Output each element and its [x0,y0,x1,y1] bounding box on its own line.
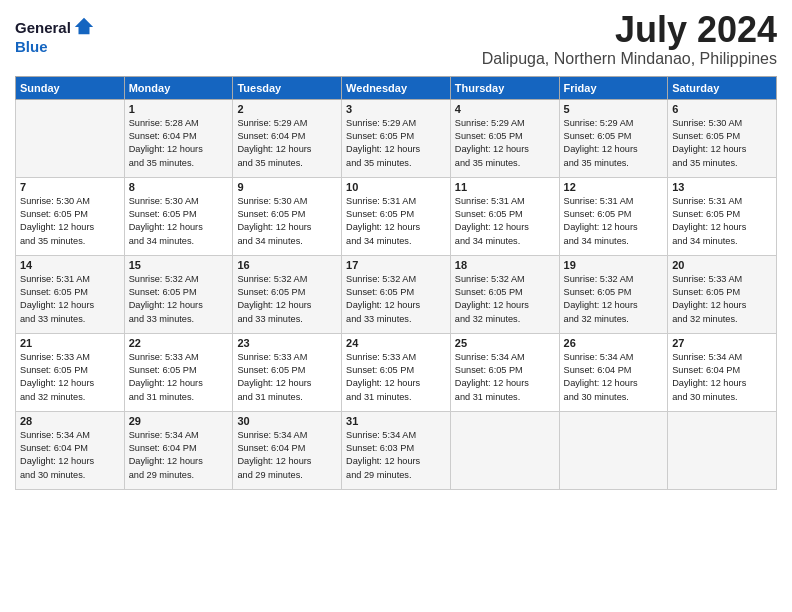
week-row-3: 14Sunrise: 5:31 AM Sunset: 6:05 PM Dayli… [16,255,777,333]
day-number: 26 [564,337,664,349]
day-number: 13 [672,181,772,193]
day-number: 29 [129,415,229,427]
day-info: Sunrise: 5:31 AM Sunset: 6:05 PM Dayligh… [455,195,555,248]
logo-blue-text: Blue [15,38,48,55]
day-header-saturday: Saturday [668,76,777,99]
day-number: 19 [564,259,664,271]
day-info: Sunrise: 5:31 AM Sunset: 6:05 PM Dayligh… [20,273,120,326]
day-number: 18 [455,259,555,271]
calendar-cell: 31Sunrise: 5:34 AM Sunset: 6:03 PM Dayli… [342,411,451,489]
calendar-cell: 13Sunrise: 5:31 AM Sunset: 6:05 PM Dayli… [668,177,777,255]
week-row-1: 1Sunrise: 5:28 AM Sunset: 6:04 PM Daylig… [16,99,777,177]
day-info: Sunrise: 5:31 AM Sunset: 6:05 PM Dayligh… [672,195,772,248]
day-number: 31 [346,415,446,427]
calendar-cell: 4Sunrise: 5:29 AM Sunset: 6:05 PM Daylig… [450,99,559,177]
day-number: 3 [346,103,446,115]
day-header-monday: Monday [124,76,233,99]
calendar-cell: 20Sunrise: 5:33 AM Sunset: 6:05 PM Dayli… [668,255,777,333]
day-header-wednesday: Wednesday [342,76,451,99]
header: General Blue July 2024 Dalipuga, Norther… [15,10,777,76]
day-info: Sunrise: 5:34 AM Sunset: 6:04 PM Dayligh… [129,429,229,482]
day-number: 15 [129,259,229,271]
day-header-sunday: Sunday [16,76,125,99]
day-number: 9 [237,181,337,193]
calendar-cell: 2Sunrise: 5:29 AM Sunset: 6:04 PM Daylig… [233,99,342,177]
day-number: 23 [237,337,337,349]
day-number: 5 [564,103,664,115]
day-header-friday: Friday [559,76,668,99]
calendar-cell: 16Sunrise: 5:32 AM Sunset: 6:05 PM Dayli… [233,255,342,333]
calendar-cell: 6Sunrise: 5:30 AM Sunset: 6:05 PM Daylig… [668,99,777,177]
day-info: Sunrise: 5:34 AM Sunset: 6:04 PM Dayligh… [672,351,772,404]
day-number: 24 [346,337,446,349]
day-number: 17 [346,259,446,271]
week-row-4: 21Sunrise: 5:33 AM Sunset: 6:05 PM Dayli… [16,333,777,411]
day-number: 12 [564,181,664,193]
logo-general-text: General [15,19,71,36]
calendar-cell: 29Sunrise: 5:34 AM Sunset: 6:04 PM Dayli… [124,411,233,489]
day-info: Sunrise: 5:32 AM Sunset: 6:05 PM Dayligh… [237,273,337,326]
logo-icon [73,16,95,38]
calendar-cell: 21Sunrise: 5:33 AM Sunset: 6:05 PM Dayli… [16,333,125,411]
calendar-cell: 3Sunrise: 5:29 AM Sunset: 6:05 PM Daylig… [342,99,451,177]
calendar-body: 1Sunrise: 5:28 AM Sunset: 6:04 PM Daylig… [16,99,777,489]
day-info: Sunrise: 5:34 AM Sunset: 6:03 PM Dayligh… [346,429,446,482]
day-number: 21 [20,337,120,349]
day-info: Sunrise: 5:32 AM Sunset: 6:05 PM Dayligh… [564,273,664,326]
day-number: 11 [455,181,555,193]
calendar-cell [559,411,668,489]
day-info: Sunrise: 5:32 AM Sunset: 6:05 PM Dayligh… [455,273,555,326]
calendar-cell: 19Sunrise: 5:32 AM Sunset: 6:05 PM Dayli… [559,255,668,333]
day-header-tuesday: Tuesday [233,76,342,99]
day-number: 1 [129,103,229,115]
day-info: Sunrise: 5:34 AM Sunset: 6:04 PM Dayligh… [237,429,337,482]
day-info: Sunrise: 5:32 AM Sunset: 6:05 PM Dayligh… [346,273,446,326]
logo: General Blue [15,16,95,56]
day-info: Sunrise: 5:30 AM Sunset: 6:05 PM Dayligh… [672,117,772,170]
day-number: 10 [346,181,446,193]
calendar-cell: 5Sunrise: 5:29 AM Sunset: 6:05 PM Daylig… [559,99,668,177]
calendar-header: SundayMondayTuesdayWednesdayThursdayFrid… [16,76,777,99]
calendar-cell [668,411,777,489]
day-number: 28 [20,415,120,427]
calendar-cell: 30Sunrise: 5:34 AM Sunset: 6:04 PM Dayli… [233,411,342,489]
day-number: 6 [672,103,772,115]
header-right: July 2024 Dalipuga, Northern Mindanao, P… [15,10,777,76]
calendar-cell [16,99,125,177]
week-row-5: 28Sunrise: 5:34 AM Sunset: 6:04 PM Dayli… [16,411,777,489]
calendar-cell: 15Sunrise: 5:32 AM Sunset: 6:05 PM Dayli… [124,255,233,333]
day-info: Sunrise: 5:33 AM Sunset: 6:05 PM Dayligh… [346,351,446,404]
day-info: Sunrise: 5:34 AM Sunset: 6:04 PM Dayligh… [20,429,120,482]
day-info: Sunrise: 5:33 AM Sunset: 6:05 PM Dayligh… [129,351,229,404]
day-info: Sunrise: 5:31 AM Sunset: 6:05 PM Dayligh… [346,195,446,248]
calendar-cell: 10Sunrise: 5:31 AM Sunset: 6:05 PM Dayli… [342,177,451,255]
day-info: Sunrise: 5:30 AM Sunset: 6:05 PM Dayligh… [237,195,337,248]
day-info: Sunrise: 5:33 AM Sunset: 6:05 PM Dayligh… [672,273,772,326]
day-header-thursday: Thursday [450,76,559,99]
day-info: Sunrise: 5:29 AM Sunset: 6:05 PM Dayligh… [455,117,555,170]
day-number: 14 [20,259,120,271]
calendar-cell: 9Sunrise: 5:30 AM Sunset: 6:05 PM Daylig… [233,177,342,255]
calendar-cell: 28Sunrise: 5:34 AM Sunset: 6:04 PM Dayli… [16,411,125,489]
day-number: 16 [237,259,337,271]
calendar-cell: 23Sunrise: 5:33 AM Sunset: 6:05 PM Dayli… [233,333,342,411]
calendar-cell [450,411,559,489]
day-info: Sunrise: 5:33 AM Sunset: 6:05 PM Dayligh… [237,351,337,404]
day-number: 27 [672,337,772,349]
day-number: 2 [237,103,337,115]
calendar-cell: 27Sunrise: 5:34 AM Sunset: 6:04 PM Dayli… [668,333,777,411]
calendar-container: General Blue July 2024 Dalipuga, Norther… [0,0,792,500]
day-number: 25 [455,337,555,349]
calendar-cell: 22Sunrise: 5:33 AM Sunset: 6:05 PM Dayli… [124,333,233,411]
calendar-cell: 26Sunrise: 5:34 AM Sunset: 6:04 PM Dayli… [559,333,668,411]
calendar-cell: 17Sunrise: 5:32 AM Sunset: 6:05 PM Dayli… [342,255,451,333]
day-info: Sunrise: 5:33 AM Sunset: 6:05 PM Dayligh… [20,351,120,404]
day-number: 22 [129,337,229,349]
calendar-cell: 8Sunrise: 5:30 AM Sunset: 6:05 PM Daylig… [124,177,233,255]
calendar-cell: 25Sunrise: 5:34 AM Sunset: 6:05 PM Dayli… [450,333,559,411]
day-info: Sunrise: 5:29 AM Sunset: 6:05 PM Dayligh… [346,117,446,170]
day-number: 8 [129,181,229,193]
day-number: 4 [455,103,555,115]
calendar-table: SundayMondayTuesdayWednesdayThursdayFrid… [15,76,777,490]
day-info: Sunrise: 5:32 AM Sunset: 6:05 PM Dayligh… [129,273,229,326]
